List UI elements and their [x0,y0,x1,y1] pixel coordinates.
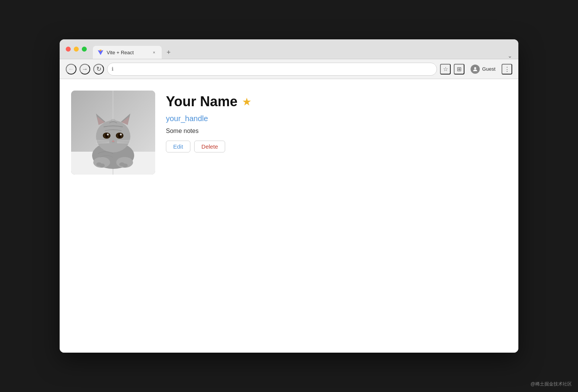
edit-button[interactable]: Edit [166,141,190,152]
svg-point-18 [120,134,122,136]
contact-name-row: Your Name ★ [166,94,252,110]
extensions-icon[interactable]: ⊞ [454,64,464,75]
address-input-wrapper: ℹ [107,63,437,76]
tab-list-dropdown[interactable]: ⌄ [508,53,512,59]
minimize-window-button[interactable] [74,47,79,52]
vite-icon [97,49,104,55]
refresh-button[interactable]: ↻ [93,64,104,75]
account-icon [471,65,480,74]
back-icon: ← [68,66,74,73]
refresh-icon: ↻ [96,65,101,73]
svg-point-0 [474,67,476,69]
contact-info: Your Name ★ your_handle Some notes Edit … [166,91,252,175]
traffic-lights [66,47,87,52]
security-icon: ℹ [112,66,114,72]
close-window-button[interactable] [66,47,71,52]
contact-image [71,91,155,175]
new-tab-button[interactable]: + [163,47,174,58]
forward-icon: → [82,66,88,73]
bookmark-icon[interactable]: ☆ [440,64,451,75]
browser-tab-active[interactable]: Vite + React × [93,46,162,59]
address-input[interactable] [107,63,437,76]
address-bar: ← → ↻ ℹ ☆ ⊞ Guest ⋮ [60,59,518,79]
favorite-star-icon[interactable]: ★ [242,96,252,108]
forward-button[interactable]: → [80,64,90,75]
svg-point-31 [122,164,128,167]
maximize-window-button[interactable] [82,47,87,52]
back-button[interactable]: ← [66,64,76,75]
contact-handle[interactable]: your_handle [166,114,252,123]
contact-actions: Edit Delete [166,141,252,152]
contact-card: Your Name ★ your_handle Some notes Edit … [71,87,507,178]
profile-button[interactable]: Guest [468,63,498,75]
more-options-button[interactable]: ⋮ [502,64,512,75]
svg-point-29 [99,164,105,167]
titlebar: Vite + React × + ⌄ [60,39,518,59]
delete-button[interactable]: Delete [194,141,225,152]
page-content: Your Name ★ your_handle Some notes Edit … [60,79,518,353]
tab-close-button[interactable]: × [151,49,157,55]
contact-avatar [71,91,155,175]
contact-name: Your Name [166,94,237,110]
contact-notes: Some notes [166,128,252,134]
profile-name: Guest [482,66,495,72]
tab-title: Vite + React [107,50,148,55]
svg-point-6 [96,120,130,152]
svg-point-14 [107,134,109,136]
watermark: @稀土掘金技术社区 [531,381,572,387]
